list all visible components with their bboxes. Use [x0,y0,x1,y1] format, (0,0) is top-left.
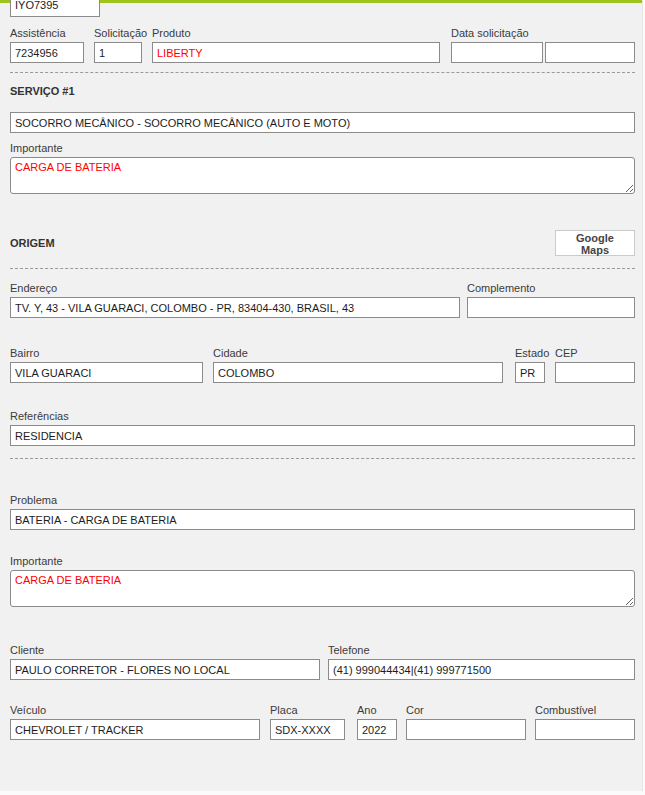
problema-label: Problema [10,495,635,506]
estado-input[interactable] [515,362,545,383]
cidade-input[interactable] [213,362,503,383]
cor-label: Cor [406,705,526,716]
assistencia-input[interactable] [10,42,84,63]
header-fields-row: Assistência Solicitação Produto Data sol… [10,28,635,63]
servico-importante-textarea[interactable]: CARGA DE BATERIA [10,157,635,194]
combustivel-input[interactable] [535,719,635,740]
estado-label: Estado [515,348,545,359]
telefone-label: Telefone [328,645,635,656]
ano-label: Ano [357,705,397,716]
servico-importante-label: Importante [10,143,635,154]
origem-importante-label: Importante [10,556,635,567]
veiculo-label: Veículo [10,705,260,716]
dashed-divider [10,268,635,269]
combustivel-label: Combustível [535,705,635,716]
solicitacao-input[interactable] [94,42,142,63]
veiculo-row: Veículo Placa Ano Cor Combustível [10,705,635,740]
assistencia-label: Assistência [10,28,84,39]
origem-header-row: ORIGEM Google Maps [10,230,635,256]
cliente-input[interactable] [10,659,320,680]
veiculo-input[interactable] [10,719,260,740]
page-bottom-edge [0,791,645,795]
data-solicitacao-time-input[interactable] [545,42,635,63]
data-solicitacao-label: Data solicitação [451,28,635,39]
solicitacao-label: Solicitação [94,28,142,39]
placa-label: Placa [270,705,345,716]
produto-input[interactable] [152,42,440,63]
ano-input[interactable] [357,719,397,740]
servico-section-title: SERVIÇO #1 [10,85,635,98]
cliente-row: Cliente Telefone [10,645,635,680]
complemento-label: Complemento [467,283,635,294]
endereco-row: Endereço Complemento [10,283,635,318]
cliente-label: Cliente [10,645,320,656]
origem-section-title: ORIGEM [10,237,55,250]
cor-input[interactable] [406,719,526,740]
placa-input[interactable] [270,719,345,740]
origem-importante-textarea[interactable]: CARGA DE BATERIA [10,570,635,607]
plate-input[interactable] [10,0,100,17]
endereco-input[interactable] [10,297,460,318]
referencias-input[interactable] [10,425,635,446]
cep-label: CEP [555,348,635,359]
bairro-label: Bairro [10,348,203,359]
bairro-row: Bairro Cidade Estado CEP [10,348,635,383]
cep-input[interactable] [555,362,635,383]
endereco-label: Endereço [10,283,460,294]
produto-label: Produto [152,28,440,39]
bairro-input[interactable] [10,362,203,383]
google-maps-button[interactable]: Google Maps [555,230,635,256]
problema-input[interactable] [10,509,635,530]
data-solicitacao-date-input[interactable] [451,42,543,63]
form-content: Assistência Solicitação Produto Data sol… [0,0,645,740]
cidade-label: Cidade [213,348,503,359]
referencias-label: Referências [10,411,635,422]
servico-tipo-input[interactable] [10,112,635,133]
dashed-divider [10,72,635,73]
complemento-input[interactable] [467,297,635,318]
telefone-input[interactable] [328,659,635,680]
dashed-divider [10,458,635,459]
